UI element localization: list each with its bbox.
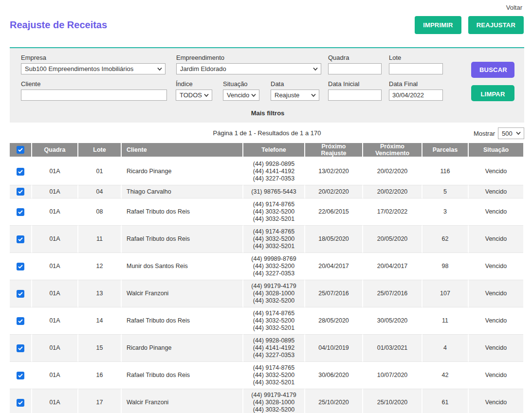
buscar-button[interactable]: BUSCAR: [471, 62, 514, 78]
row-checkbox[interactable]: [17, 372, 24, 379]
lote-cell: 01: [78, 158, 122, 185]
pagination-bar: Página 1 de 1 - Resultados de 1 a 170 Mo…: [10, 127, 524, 139]
proximo-reajuste-cell: 28/05/2020: [305, 307, 363, 334]
cliente-cell: Ricardo Pinange: [122, 158, 243, 185]
table-row: 01A13Walcir Franzoni(44) 99179-4179(44) …: [10, 280, 523, 307]
row-checkbox-cell[interactable]: [10, 252, 32, 280]
mostrar-select[interactable]: 500: [498, 127, 524, 139]
telefone-line: (44) 3032-5200: [246, 317, 301, 324]
column-header-situacao[interactable]: Situação: [469, 143, 523, 158]
page-header: Reajuste de Receitas IMPRIMIR REAJUSTAR: [0, 11, 532, 34]
row-checkbox-cell[interactable]: [10, 185, 32, 198]
empreendimento-selected-value: Jardim Eldorado: [180, 65, 226, 72]
cliente-cell: Ricardo Pinange: [122, 334, 243, 361]
header-buttons: IMPRIMIR REAJUSTAR: [415, 16, 524, 34]
row-checkbox-cell[interactable]: [10, 158, 32, 185]
telefone-line: (44) 3028-1000: [246, 399, 301, 406]
situacao-select[interactable]: Vencido: [223, 90, 259, 101]
chevron-down-icon: [204, 93, 209, 97]
telefone-cell: (44) 9174-8765(44) 3032-5200(44) 3032-52…: [243, 307, 305, 334]
cliente-cell: Rafael Tributo dos Reis: [122, 307, 243, 334]
table-row: 01A15Ricardo Pinange(44) 9928-0895(44) 4…: [10, 334, 523, 361]
cliente-cell: Thiago Carvalho: [122, 185, 243, 198]
row-checkbox[interactable]: [17, 290, 24, 298]
check-icon: [18, 210, 23, 214]
row-checkbox[interactable]: [17, 188, 24, 196]
telefone-line: (44) 4141-4192: [246, 344, 301, 352]
row-checkbox[interactable]: [17, 208, 24, 216]
situacao-cell: Vencido: [469, 334, 523, 361]
print-button[interactable]: IMPRIMIR: [415, 16, 461, 34]
check-icon: [18, 374, 23, 377]
lote-cell: 12: [78, 252, 122, 280]
telefone-cell: (44) 99179-4179(44) 3028-1000(44) 3032-5…: [243, 389, 305, 413]
mais-filtros-toggle[interactable]: Mais filtros: [21, 107, 514, 121]
row-checkbox-cell[interactable]: [10, 225, 32, 252]
mostrar-label: Mostrar: [474, 130, 495, 137]
row-checkbox-cell[interactable]: [10, 198, 32, 225]
lote-cell: 13: [78, 280, 122, 307]
data-label: Data: [271, 80, 319, 88]
lote-cell: 15: [78, 334, 122, 361]
chevron-down-icon: [251, 93, 256, 97]
telefone-line: (44) 3032-5200: [246, 372, 301, 379]
telefone-line: (44) 3032-5200: [246, 235, 301, 243]
row-checkbox-cell[interactable]: [10, 280, 32, 307]
column-header-parcelas[interactable]: Parcelas: [422, 143, 469, 158]
indice-select[interactable]: TODOS: [176, 90, 212, 101]
telefone-line: (31) 98765-5443: [246, 188, 301, 196]
proximo-vencimento-cell: 17/02/2022: [363, 198, 422, 225]
proximo-reajuste-cell: 30/06/2020: [305, 361, 363, 389]
parcelas-cell: 3: [422, 198, 469, 225]
telefone-cell: (44) 9928-0895(44) 4141-4192(44) 3227-03…: [243, 158, 305, 185]
lote-input[interactable]: [389, 63, 443, 74]
row-checkbox[interactable]: [17, 235, 24, 243]
telefone-line: (44) 3028-1000: [246, 290, 301, 297]
row-checkbox-cell[interactable]: [10, 307, 32, 334]
select-all-checkbox[interactable]: [17, 146, 24, 154]
column-header-cliente[interactable]: Cliente: [122, 143, 243, 158]
situacao-cell: Vencido: [469, 158, 523, 185]
row-checkbox[interactable]: [17, 399, 24, 407]
check-icon: [18, 237, 23, 241]
limpar-button[interactable]: LIMPAR: [471, 85, 514, 101]
column-header-quadra[interactable]: Quadra: [32, 143, 78, 158]
empresa-selected-value: Sub100 Empreendimentos Imobiliários: [25, 65, 133, 72]
parcelas-cell: 62: [422, 225, 469, 252]
telefone-line: (44) 4141-4192: [246, 168, 301, 175]
telefone-line: (44) 9174-8765: [246, 310, 301, 317]
row-checkbox-cell[interactable]: [10, 389, 32, 413]
back-link[interactable]: Voltar: [506, 4, 522, 11]
check-icon: [18, 190, 23, 194]
empreendimento-select[interactable]: Jardim Eldorado: [176, 63, 321, 74]
quadra-cell: 01A: [32, 252, 78, 280]
row-checkbox[interactable]: [17, 168, 24, 176]
table-row: 01A12Munir dos Santos Reis(44) 99989-876…: [10, 252, 523, 280]
data-select[interactable]: Reajuste: [271, 90, 319, 101]
parcelas-cell: 61: [422, 389, 469, 413]
cliente-input[interactable]: [21, 90, 167, 101]
quadra-input[interactable]: [328, 63, 382, 74]
proximo-reajuste-cell: 20/04/2017: [305, 252, 363, 280]
telefone-line: (44) 9174-8765: [246, 201, 301, 208]
column-header-lote[interactable]: Lote: [78, 143, 122, 158]
column-header-proximo-reajuste[interactable]: Próximo Reajuste: [305, 143, 363, 158]
column-header-telefone[interactable]: Telefone: [243, 143, 305, 158]
table-row: 01A16Rafael Tributo dos Reis(44) 9174-87…: [10, 361, 523, 389]
data-final-input[interactable]: [389, 90, 443, 101]
indice-selected-value: TODOS: [180, 91, 202, 99]
table-row: 01A11Rafael Tributo dos Reis(44) 9174-87…: [10, 225, 523, 252]
row-checkbox[interactable]: [17, 317, 24, 325]
row-checkbox[interactable]: [17, 344, 24, 352]
row-checkbox-cell[interactable]: [10, 361, 32, 389]
telefone-cell: (44) 99989-8769(44) 3032-5200(44) 3227-0…: [243, 252, 305, 280]
data-inicial-input[interactable]: [328, 90, 382, 101]
lote-cell: 11: [78, 225, 122, 252]
empresa-select[interactable]: Sub100 Empreendimentos Imobiliários: [21, 63, 165, 74]
column-header-proximo-vencimento[interactable]: Próximo Vencimento: [363, 143, 422, 158]
situacao-label: Situação: [223, 80, 259, 88]
chevron-down-icon: [313, 67, 318, 71]
row-checkbox-cell[interactable]: [10, 334, 32, 361]
readjust-button[interactable]: REAJUSTAR: [468, 16, 524, 34]
row-checkbox[interactable]: [17, 263, 24, 270]
